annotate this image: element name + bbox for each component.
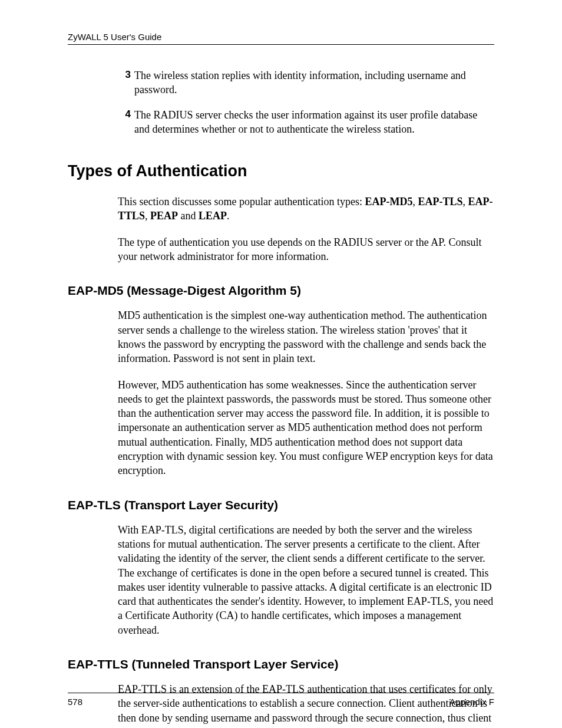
list-item: 4 The RADIUS server checks the user info… xyxy=(118,108,494,137)
intro-paragraph-2: The type of authentication you use depen… xyxy=(118,235,494,264)
md5-paragraph-1: MD5 authentication is the simplest one-w… xyxy=(118,308,494,365)
footer-rule xyxy=(68,693,494,693)
subsection-heading-tls: EAP-TLS (Transport Layer Security) xyxy=(68,498,494,512)
sep: , xyxy=(145,210,150,222)
auth-type: EAP-TLS xyxy=(418,196,462,207)
intro-paragraph-1: This section discusses some popular auth… xyxy=(118,195,494,223)
auth-type: PEAP xyxy=(150,210,178,222)
list-number: 3 xyxy=(118,68,131,97)
period: . xyxy=(227,210,230,222)
subsection-heading-md5: EAP-MD5 (Message-Digest Algorithm 5) xyxy=(68,284,494,298)
subsection-heading-ttls: EAP-TTLS (Tunneled Transport Layer Servi… xyxy=(68,657,494,671)
numbered-list: 3 The wireless station replies with iden… xyxy=(118,68,494,136)
running-header: ZyWALL 5 User's Guide xyxy=(68,32,494,44)
md5-paragraph-2: However, MD5 authentication has some wea… xyxy=(118,378,494,478)
page: ZyWALL 5 User's Guide 3 The wireless sta… xyxy=(0,0,562,728)
and: and xyxy=(178,210,199,222)
auth-type: EAP-MD5 xyxy=(365,196,412,207)
section-intro: This section discusses some popular auth… xyxy=(118,195,494,263)
list-text: The RADIUS server checks the user inform… xyxy=(134,108,494,137)
list-number: 4 xyxy=(118,108,131,137)
list-item: 3 The wireless station replies with iden… xyxy=(118,68,494,97)
header-rule xyxy=(68,44,494,45)
tls-paragraph-1: With EAP-TLS, digital certifications are… xyxy=(118,523,494,637)
intro-prefix: This section discusses some popular auth… xyxy=(118,196,365,207)
auth-type: LEAP xyxy=(199,210,227,222)
list-text: The wireless station replies with identi… xyxy=(134,68,494,97)
footer-row: 578 Appendix F xyxy=(68,697,494,707)
page-number: 578 xyxy=(68,697,82,707)
page-footer: 578 Appendix F xyxy=(68,693,494,707)
md5-body: MD5 authentication is the simplest one-w… xyxy=(118,308,494,477)
appendix-label: Appendix F xyxy=(449,697,494,707)
section-heading: Types of Authentication xyxy=(68,162,494,180)
tls-body: With EAP-TLS, digital certifications are… xyxy=(118,523,494,637)
